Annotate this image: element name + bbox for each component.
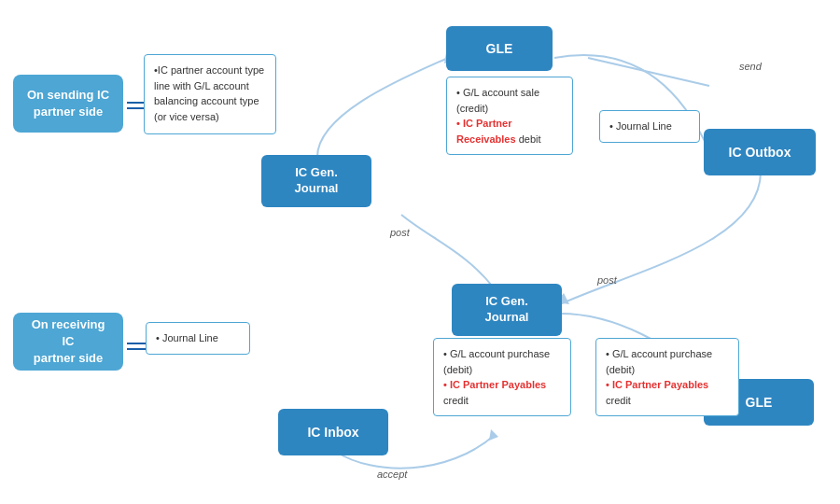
accept-label: accept (377, 469, 407, 480)
gle-top-box: GLE (446, 26, 553, 71)
svg-line-4 (588, 58, 709, 86)
bottom-right-info-box: • G/L account purchase (debit)• IC Partn… (595, 338, 739, 416)
top-center-info-box: • G/L account sale (credit)• IC Partner … (446, 77, 573, 155)
send-label: send (739, 61, 762, 72)
ic-inbox-box: IC Inbox (278, 409, 388, 455)
top-right-info-box: • Journal Line (599, 110, 700, 143)
sending-side-label: On sending IC partner side (13, 75, 123, 133)
svg-marker-11 (489, 429, 498, 441)
arrows-svg (0, 0, 840, 504)
diagram-container: On sending IC partner side On receiving … (0, 0, 840, 504)
bottom-center-info-box: • G/L account purchase (debit)• IC Partn… (433, 338, 571, 416)
ic-gen-journal-top-box: IC Gen. Journal (261, 155, 371, 207)
bottom-left-info-box: • Journal Line (146, 322, 250, 355)
ic-gen-journal-bottom-box: IC Gen. Journal (452, 284, 562, 336)
post-bottom-label: post (597, 274, 617, 286)
receiving-side-label: On receiving IC partner side (13, 313, 123, 371)
post-top-label: post (390, 227, 410, 238)
top-left-info-box: •IC partner account type line with G/L a… (144, 54, 276, 134)
ic-outbox-box: IC Outbox (704, 129, 816, 175)
